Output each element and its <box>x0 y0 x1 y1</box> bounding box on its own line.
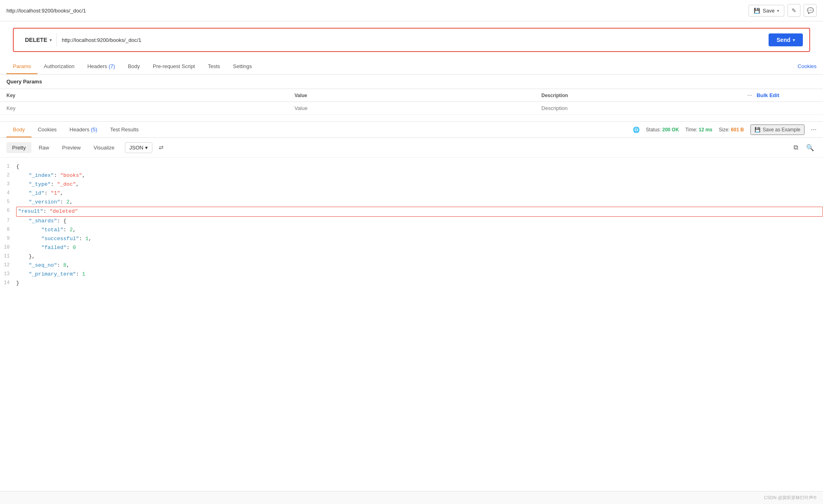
time-value: 12 ms <box>699 127 713 133</box>
value-input[interactable] <box>295 105 529 111</box>
code-line-12: 12 "_seq_no": 8, <box>0 261 823 270</box>
desc-cell[interactable] <box>535 102 741 115</box>
code-line-14: 14 } <box>0 279 823 288</box>
save-button[interactable]: 💾 Save ▾ <box>748 5 784 17</box>
json-type-label: JSON <box>129 145 143 151</box>
col-header-key: Key <box>0 89 288 102</box>
comment-icon: 💬 <box>807 7 814 14</box>
key-input[interactable] <box>6 105 282 111</box>
time-section: Time: 12 ms <box>686 127 713 133</box>
response-section: Body Cookies Headers (5) Test Results 🌐 … <box>0 121 823 491</box>
copy-icon: ⧉ <box>794 144 798 151</box>
query-params-label: Query Params <box>0 75 823 89</box>
tab-tests[interactable]: Tests <box>202 58 227 74</box>
col-header-actions: ⋯ Bulk Edit <box>741 89 823 102</box>
tab-params[interactable]: Params <box>6 58 37 74</box>
response-tabs-bar: Body Cookies Headers (5) Test Results 🌐 … <box>0 121 823 138</box>
method-label: DELETE <box>25 37 47 43</box>
top-bar-url: http://localhost:9200/books/_doc/1 <box>6 8 86 14</box>
json-chevron-icon: ▾ <box>145 145 148 151</box>
status-section: Status: 200 OK <box>646 127 679 133</box>
globe-icon: 🌐 <box>633 127 640 133</box>
tab-headers[interactable]: Headers (7) <box>81 58 122 74</box>
copy-button[interactable]: ⧉ <box>791 142 800 153</box>
code-line-1: 1 { <box>0 162 823 171</box>
code-line-11: 11 }, <box>0 252 823 261</box>
key-cell[interactable] <box>0 102 288 115</box>
format-pretty-button[interactable]: Pretty <box>6 142 31 153</box>
response-tab-test-results[interactable]: Test Results <box>104 122 145 137</box>
tab-body[interactable]: Body <box>121 58 146 74</box>
save-example-label: Save as Example <box>763 127 800 133</box>
code-line-13: 13 "_primary_term": 1 <box>0 270 823 279</box>
save-icon: 💾 <box>754 8 760 14</box>
code-line-5: 5 "_version": 2, <box>0 198 823 207</box>
request-tabs-bar: Params Authorization Headers (7) Body Pr… <box>0 58 823 75</box>
code-line-4: 4 "_id": "1", <box>0 189 823 198</box>
edit-icon: ✎ <box>792 7 796 14</box>
bulk-edit-button[interactable]: Bulk Edit <box>756 92 779 98</box>
status-value: 200 OK <box>662 127 679 133</box>
response-meta: 🌐 Status: 200 OK Time: 12 ms Size: 601 B… <box>633 124 817 135</box>
save-example-icon: 💾 <box>754 127 761 133</box>
search-icon: 🔍 <box>806 144 814 151</box>
search-button[interactable]: 🔍 <box>804 142 817 153</box>
value-cell[interactable] <box>288 102 535 115</box>
code-line-8: 8 "total": 2, <box>0 226 823 234</box>
code-line-2: 2 "_index": "books", <box>0 171 823 180</box>
wrap-button[interactable]: ⇄ <box>156 142 167 153</box>
table-row <box>0 102 823 115</box>
format-visualize-button[interactable]: Visualize <box>88 142 120 153</box>
top-bar-actions: 💾 Save ▾ ✎ 💬 <box>748 4 817 17</box>
send-label: Send <box>777 37 790 43</box>
comment-button[interactable]: 💬 <box>804 4 817 17</box>
response-tab-body[interactable]: Body <box>6 122 31 137</box>
send-button[interactable]: Send ▾ <box>769 33 803 46</box>
code-line-3: 3 "_type": "_doc", <box>0 180 823 189</box>
desc-input[interactable] <box>541 105 734 111</box>
row-actions <box>741 102 823 115</box>
toolbar-right: ⧉ 🔍 <box>791 142 817 153</box>
request-bar-wrapper: DELETE ▾ Send ▾ <box>0 21 823 58</box>
chevron-down-icon: ▾ <box>777 8 779 13</box>
code-line-6: 6 "result": "deleted" <box>0 207 823 216</box>
wrap-icon: ⇄ <box>159 144 164 151</box>
url-input[interactable] <box>62 34 764 46</box>
more-dots-icon: ⋯ <box>747 93 752 98</box>
more-options-icon[interactable]: ⋯ <box>811 127 817 133</box>
response-tab-headers[interactable]: Headers (5) <box>63 122 104 137</box>
method-selector[interactable]: DELETE ▾ <box>20 33 57 46</box>
col-header-value: Value <box>288 89 535 102</box>
response-tab-cookies[interactable]: Cookies <box>31 122 63 137</box>
edit-button[interactable]: ✎ <box>788 4 800 17</box>
method-chevron-icon: ▾ <box>50 38 52 42</box>
save-example-button[interactable]: 💾 Save as Example <box>750 124 804 135</box>
response-code-area: 1 { 2 "_index": "books", 3 "_type": "_do… <box>0 158 823 292</box>
size-section: Size: 601 B <box>719 127 744 133</box>
size-value: 601 B <box>731 127 744 133</box>
cookies-link[interactable]: Cookies <box>798 58 817 74</box>
watermark: CSDN @莫听穿林打叶声® <box>0 491 823 504</box>
send-chevron-icon: ▾ <box>793 38 795 42</box>
tab-pre-request-script[interactable]: Pre-request Script <box>146 58 202 74</box>
tab-settings[interactable]: Settings <box>227 58 258 74</box>
response-toolbar: Pretty Raw Preview Visualize JSON ▾ ⇄ ⧉ … <box>0 138 823 158</box>
save-label: Save <box>763 8 775 14</box>
tab-authorization[interactable]: Authorization <box>37 58 81 74</box>
format-raw-button[interactable]: Raw <box>33 142 55 153</box>
json-type-selector[interactable]: JSON ▾ <box>125 142 152 153</box>
code-line-7: 7 "_shards": { <box>0 217 823 226</box>
code-line-9: 9 "successful": 1, <box>0 234 823 243</box>
request-bar: DELETE ▾ Send ▾ <box>13 28 810 52</box>
col-header-desc: Description <box>535 89 741 102</box>
code-line-10: 10 "failed": 0 <box>0 243 823 252</box>
format-preview-button[interactable]: Preview <box>56 142 86 153</box>
params-table: Key Value Description ⋯ Bulk Edit <box>0 89 823 115</box>
top-bar: http://localhost:9200/books/_doc/1 💾 Sav… <box>0 0 823 21</box>
